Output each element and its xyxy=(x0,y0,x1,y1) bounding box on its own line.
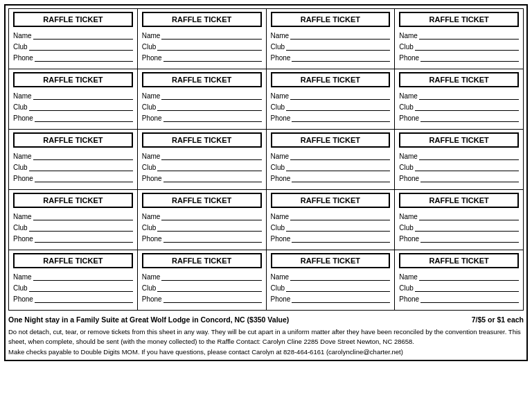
ticket-field: Club xyxy=(142,103,262,111)
field-label: Club xyxy=(271,103,285,111)
ticket-field: Name xyxy=(142,152,262,160)
field-label: Phone xyxy=(13,295,33,303)
field-label: Name xyxy=(142,213,161,220)
ticket-field: Phone xyxy=(271,114,391,122)
field-line xyxy=(286,284,390,292)
field-label: Club xyxy=(13,164,28,171)
ticket-field: Club xyxy=(399,223,519,232)
field-label: Phone xyxy=(271,54,291,62)
field-label: Name xyxy=(271,32,290,40)
field-label: Club xyxy=(13,284,28,292)
field-label: Name xyxy=(399,32,418,40)
field-label: Club xyxy=(399,43,414,51)
field-line xyxy=(163,53,262,62)
ticket-field: Club xyxy=(271,163,391,171)
ticket-header: RAFFLE TICKET xyxy=(399,253,519,268)
ticket-field: Phone xyxy=(13,114,133,122)
ticket-field: Club xyxy=(271,42,391,51)
ticket-field: Club xyxy=(271,284,391,292)
field-line xyxy=(290,272,390,281)
field-label: Phone xyxy=(13,175,33,182)
field-line xyxy=(292,114,390,122)
field-label: Name xyxy=(271,213,290,220)
field-line xyxy=(163,114,262,122)
field-label: Club xyxy=(271,164,285,171)
ticket: RAFFLE TICKETNameClubPhone xyxy=(267,130,396,190)
field-line xyxy=(292,53,390,62)
field-label: Name xyxy=(13,32,32,40)
ticket: RAFFLE TICKETNameClubPhone xyxy=(267,9,396,69)
ticket-field: Club xyxy=(13,163,133,171)
field-label: Name xyxy=(13,92,32,100)
ticket-field: Name xyxy=(271,31,391,40)
field-line xyxy=(420,114,519,122)
ticket: RAFFLE TICKETNameClubPhone xyxy=(9,250,138,311)
footer-body: Do not detach, cut, tear, or remove tick… xyxy=(8,327,524,357)
prize-text: One Night stay in a Family Suite at Grea… xyxy=(8,315,289,325)
ticket-header: RAFFLE TICKET xyxy=(13,12,133,27)
ticket: RAFFLE TICKETNameClubPhone xyxy=(395,9,524,69)
field-line xyxy=(420,234,519,243)
field-line xyxy=(292,295,390,303)
ticket: RAFFLE TICKETNameClubPhone xyxy=(267,69,396,130)
field-label: Phone xyxy=(271,114,291,122)
field-line xyxy=(35,295,133,303)
field-line xyxy=(290,212,390,220)
ticket-field: Club xyxy=(142,284,262,292)
ticket-field: Phone xyxy=(13,295,133,303)
field-label: Name xyxy=(271,273,290,281)
field-label: Phone xyxy=(271,175,291,182)
ticket-field: Club xyxy=(399,284,519,292)
field-label: Phone xyxy=(13,54,33,62)
field-line xyxy=(419,212,519,220)
field-label: Phone xyxy=(142,295,162,303)
field-label: Name xyxy=(399,92,418,100)
field-line xyxy=(157,163,261,171)
field-line xyxy=(157,223,261,232)
ticket-header: RAFFLE TICKET xyxy=(142,72,262,87)
field-label: Phone xyxy=(142,175,162,182)
field-label: Name xyxy=(399,213,418,220)
field-line xyxy=(35,114,133,122)
field-label: Name xyxy=(142,92,161,100)
ticket: RAFFLE TICKETNameClubPhone xyxy=(9,130,138,190)
ticket: RAFFLE TICKETNameClubPhone xyxy=(9,69,138,130)
ticket-header: RAFFLE TICKET xyxy=(142,132,262,148)
field-line xyxy=(286,223,390,232)
field-label: Club xyxy=(399,103,414,111)
ticket-field: Name xyxy=(142,31,262,40)
ticket-field: Phone xyxy=(142,295,262,303)
field-label: Phone xyxy=(142,54,162,62)
field-line xyxy=(290,152,390,160)
field-label: Name xyxy=(142,153,161,160)
ticket-field: Name xyxy=(271,212,391,220)
field-line xyxy=(415,284,519,292)
field-line xyxy=(163,174,262,182)
field-label: Phone xyxy=(399,235,419,243)
ticket-field: Club xyxy=(142,42,262,51)
field-line xyxy=(419,152,519,160)
field-label: Club xyxy=(142,103,157,111)
field-label: Club xyxy=(271,284,285,292)
ticket-field: Name xyxy=(399,92,519,100)
ticket-field: Club xyxy=(13,223,133,232)
field-line xyxy=(420,53,519,62)
field-label: Name xyxy=(142,273,161,281)
ticket-field: Club xyxy=(13,103,133,111)
ticket-header: RAFFLE TICKET xyxy=(271,12,391,27)
ticket: RAFFLE TICKETNameClubPhone xyxy=(267,250,396,311)
ticket-field: Club xyxy=(271,103,391,111)
field-label: Phone xyxy=(399,175,419,182)
ticket-field: Phone xyxy=(142,234,262,243)
field-line xyxy=(33,152,133,160)
field-label: Name xyxy=(399,273,418,281)
field-label: Club xyxy=(399,224,414,232)
ticket-field: Phone xyxy=(271,295,391,303)
ticket-field: Name xyxy=(142,92,262,100)
ticket-header: RAFFLE TICKET xyxy=(271,72,391,87)
field-line xyxy=(286,103,390,111)
field-label: Phone xyxy=(13,235,33,243)
ticket-header: RAFFLE TICKET xyxy=(271,132,391,148)
ticket: RAFFLE TICKETNameClubPhone xyxy=(138,250,267,311)
ticket-header: RAFFLE TICKET xyxy=(399,193,519,208)
